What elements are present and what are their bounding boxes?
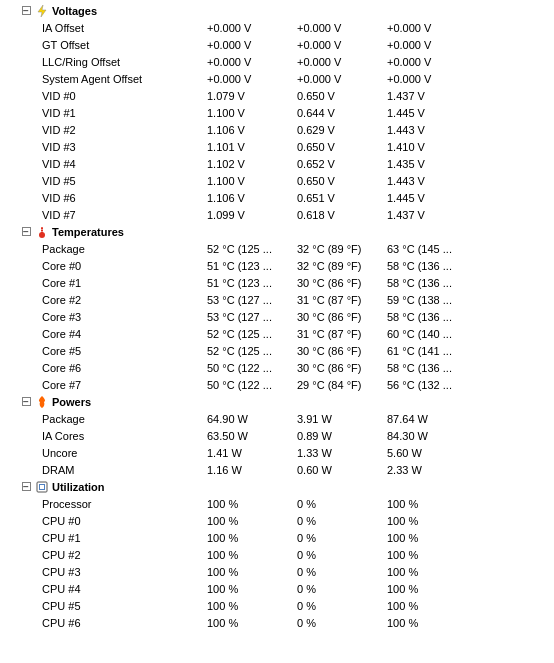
row-val2: 0.60 W [297, 464, 387, 476]
row-voltages-8[interactable]: VID #4 1.102 V 0.652 V 1.435 V [0, 155, 554, 172]
tree-indent-1 [2, 257, 18, 274]
row-voltages-2[interactable]: LLC/Ring Offset +0.000 V +0.000 V +0.000… [0, 53, 554, 70]
row-voltages-5[interactable]: VID #1 1.100 V 0.644 V 1.445 V [0, 104, 554, 121]
row-temperatures-3[interactable]: Core #2 53 °C (127 ... 31 °C (87 °F) 59 … [0, 291, 554, 308]
row-utilization-0[interactable]: Processor 100 % 0 % 100 % [0, 495, 554, 512]
tree-indent-2 [18, 257, 34, 274]
row-label: Core #7 [42, 379, 207, 391]
tree-indent-3 [34, 206, 42, 223]
tree-indent-1 [2, 274, 18, 291]
tree-indent-3 [34, 495, 42, 512]
row-temperatures-5[interactable]: Core #4 52 °C (125 ... 31 °C (87 °F) 60 … [0, 325, 554, 342]
row-utilization-2[interactable]: CPU #1 100 % 0 % 100 % [0, 529, 554, 546]
row-val1: 50 °C (122 ... [207, 379, 297, 391]
row-temperatures-4[interactable]: Core #3 53 °C (127 ... 30 °C (86 °F) 58 … [0, 308, 554, 325]
section-header-utilization[interactable]: − Utilization [0, 478, 554, 495]
section-header-voltages[interactable]: − Voltages [0, 2, 554, 19]
section-label-utilization: Utilization [52, 481, 222, 493]
row-voltages-0[interactable]: IA Offset +0.000 V +0.000 V +0.000 V [0, 19, 554, 36]
row-val1: 1.102 V [207, 158, 297, 170]
row-label: Core #5 [42, 345, 207, 357]
row-val3: 1.445 V [387, 192, 477, 204]
tree-indent-1 [2, 461, 18, 478]
row-powers-1[interactable]: IA Cores 63.50 W 0.89 W 84.30 W [0, 427, 554, 444]
tree-indent-3 [34, 121, 42, 138]
tree-indent-1 [2, 87, 18, 104]
row-voltages-10[interactable]: VID #6 1.106 V 0.651 V 1.445 V [0, 189, 554, 206]
row-val1: 1.100 V [207, 175, 297, 187]
row-val1: 51 °C (123 ... [207, 260, 297, 272]
expand-icon-voltages[interactable]: − [18, 2, 34, 19]
tree-indent-2 [18, 291, 34, 308]
row-utilization-3[interactable]: CPU #2 100 % 0 % 100 % [0, 546, 554, 563]
expand-icon-powers[interactable]: − [18, 393, 34, 410]
row-temperatures-2[interactable]: Core #1 51 °C (123 ... 30 °C (86 °F) 58 … [0, 274, 554, 291]
row-powers-3[interactable]: DRAM 1.16 W 0.60 W 2.33 W [0, 461, 554, 478]
row-val1: 50 °C (122 ... [207, 362, 297, 374]
row-utilization-4[interactable]: CPU #3 100 % 0 % 100 % [0, 563, 554, 580]
tree-indent-1 [2, 529, 18, 546]
main-tree: − Voltages IA Offset +0.000 V +0.000 V +… [0, 0, 554, 633]
tree-indent-3 [34, 87, 42, 104]
row-val3: 5.60 W [387, 447, 477, 459]
row-utilization-5[interactable]: CPU #4 100 % 0 % 100 % [0, 580, 554, 597]
row-val1: 100 % [207, 600, 297, 612]
row-val3: 100 % [387, 498, 477, 510]
tree-indent-2 [18, 19, 34, 36]
row-val3: 58 °C (136 ... [387, 362, 477, 374]
row-voltages-11[interactable]: VID #7 1.099 V 0.618 V 1.437 V [0, 206, 554, 223]
row-powers-2[interactable]: Uncore 1.41 W 1.33 W 5.60 W [0, 444, 554, 461]
expand-icon-utilization[interactable]: − [18, 478, 34, 495]
row-voltages-6[interactable]: VID #2 1.106 V 0.629 V 1.443 V [0, 121, 554, 138]
row-val1: +0.000 V [207, 22, 297, 34]
tree-indent-2 [18, 597, 34, 614]
row-temperatures-8[interactable]: Core #7 50 °C (122 ... 29 °C (84 °F) 56 … [0, 376, 554, 393]
row-label: Core #6 [42, 362, 207, 374]
row-label: Package [42, 243, 207, 255]
section-header-powers[interactable]: − Powers [0, 393, 554, 410]
tree-indent-2 [18, 342, 34, 359]
row-val1: 100 % [207, 566, 297, 578]
tree-indent-3 [34, 138, 42, 155]
tree-indent-2 [18, 563, 34, 580]
tree-indent-3 [34, 240, 42, 257]
row-label: VID #0 [42, 90, 207, 102]
tree-indent-1 [2, 342, 18, 359]
row-label: VID #2 [42, 124, 207, 136]
row-voltages-3[interactable]: System Agent Offset +0.000 V +0.000 V +0… [0, 70, 554, 87]
row-label: Processor [42, 498, 207, 510]
row-temperatures-1[interactable]: Core #0 51 °C (123 ... 32 °C (89 °F) 58 … [0, 257, 554, 274]
row-label: VID #4 [42, 158, 207, 170]
row-label: GT Offset [42, 39, 207, 51]
tree-indent-1 [2, 580, 18, 597]
row-temperatures-7[interactable]: Core #6 50 °C (122 ... 30 °C (86 °F) 58 … [0, 359, 554, 376]
lightning-icon [34, 3, 50, 19]
row-val2: 32 °C (89 °F) [297, 243, 387, 255]
tree-line [2, 223, 18, 240]
row-utilization-6[interactable]: CPU #5 100 % 0 % 100 % [0, 597, 554, 614]
tree-indent-3 [34, 342, 42, 359]
tree-indent-2 [18, 36, 34, 53]
tree-indent-3 [34, 308, 42, 325]
row-label: CPU #6 [42, 617, 207, 629]
row-label: Core #0 [42, 260, 207, 272]
tree-line [2, 2, 18, 19]
row-val2: 0 % [297, 498, 387, 510]
row-temperatures-6[interactable]: Core #5 52 °C (125 ... 30 °C (86 °F) 61 … [0, 342, 554, 359]
row-val3: 58 °C (136 ... [387, 311, 477, 323]
row-voltages-4[interactable]: VID #0 1.079 V 0.650 V 1.437 V [0, 87, 554, 104]
row-utilization-1[interactable]: CPU #0 100 % 0 % 100 % [0, 512, 554, 529]
row-voltages-1[interactable]: GT Offset +0.000 V +0.000 V +0.000 V [0, 36, 554, 53]
row-val1: 53 °C (127 ... [207, 294, 297, 306]
row-voltages-9[interactable]: VID #5 1.100 V 0.650 V 1.443 V [0, 172, 554, 189]
expand-icon-temperatures[interactable]: − [18, 223, 34, 240]
section-header-temperatures[interactable]: − Temperatures [0, 223, 554, 240]
row-powers-0[interactable]: Package 64.90 W 3.91 W 87.64 W [0, 410, 554, 427]
row-temperatures-0[interactable]: Package 52 °C (125 ... 32 °C (89 °F) 63 … [0, 240, 554, 257]
row-utilization-7[interactable]: CPU #6 100 % 0 % 100 % [0, 614, 554, 631]
tree-indent-1 [2, 512, 18, 529]
row-voltages-7[interactable]: VID #3 1.101 V 0.650 V 1.410 V [0, 138, 554, 155]
row-label: CPU #1 [42, 532, 207, 544]
tree-indent-1 [2, 325, 18, 342]
row-val2: 30 °C (86 °F) [297, 362, 387, 374]
